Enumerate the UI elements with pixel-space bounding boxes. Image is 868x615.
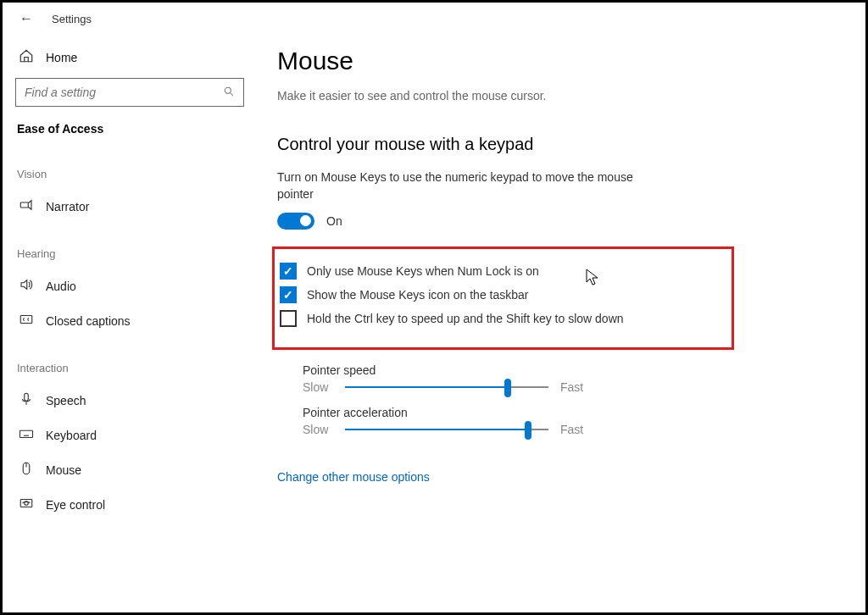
category-header: Ease of Access [17,122,244,136]
nav-mouse[interactable]: Mouse [15,452,244,487]
checkbox-ctrlshift[interactable] [280,310,297,327]
nav-keyboard[interactable]: Keyboard [15,418,244,452]
section-title: Control your mouse with a keypad [277,135,840,154]
captions-icon [19,312,34,330]
narrator-icon [19,197,34,215]
slider-speed[interactable] [345,380,548,394]
group-interaction: Interaction [17,362,244,374]
svg-rect-14 [20,500,32,507]
home-icon [19,48,34,66]
nav-item-label: Audio [46,280,76,293]
mouse-icon [19,461,34,479]
slider-speed-low: Slow [303,380,333,394]
nav-item-label: Speech [46,394,86,407]
group-vision: Vision [17,168,244,180]
slider-speed-high: Fast [560,380,591,394]
svg-rect-3 [20,316,32,324]
keyboard-icon [19,426,34,444]
home-nav[interactable]: Home [15,43,244,78]
nav-item-label: Keyboard [46,429,97,442]
svg-rect-4 [25,393,29,401]
other-mouse-options-link[interactable]: Change other mouse options [277,470,430,484]
page-title: Mouse [277,47,840,75]
svg-rect-2 [20,202,28,208]
checkbox-row-numlock[interactable]: Only use Mouse Keys when Num Lock is on [280,263,664,280]
nav-item-label: Mouse [46,463,81,477]
checkbox-label: Only use Mouse Keys when Num Lock is on [307,264,539,278]
slider-accel-high: Fast [560,423,591,436]
nav-audio[interactable]: Audio [15,269,244,303]
search-input[interactable] [25,86,214,99]
checkbox-row-taskbar[interactable]: Show the Mouse Keys icon on the taskbar [280,286,664,303]
checkbox-label: Show the Mouse Keys icon on the taskbar [307,288,528,302]
svg-rect-6 [20,430,33,437]
sidebar: Home Ease of Access Vision Narrator Hear… [3,31,257,611]
checkbox-row-ctrlshift[interactable]: Hold the Ctrl key to speed up and the Sh… [280,310,664,327]
slider-accel-low: Slow [303,423,333,436]
highlight-box: Only use Mouse Keys when Num Lock is on … [272,247,734,350]
speech-icon [19,391,34,409]
nav-closed-captions[interactable]: Closed captions [15,303,244,338]
checkbox-numlock[interactable] [280,263,297,280]
search-box[interactable] [15,78,244,107]
audio-icon [19,277,34,295]
page-subtitle: Make it easier to see and control the mo… [277,89,840,102]
nav-narrator[interactable]: Narrator [15,189,244,224]
home-label: Home [46,51,77,64]
group-hearing: Hearing [17,247,244,260]
app-title: Settings [52,13,92,25]
slider-accel[interactable] [345,423,548,436]
slider-speed-title: Pointer speed [303,363,840,377]
nav-eye-control[interactable]: Eye control [15,487,244,522]
nav-speech[interactable]: Speech [15,383,244,418]
search-icon [223,86,235,100]
eye-icon [19,496,34,513]
back-button[interactable]: ← [19,11,33,26]
svg-point-0 [225,87,231,93]
nav-item-label: Closed captions [46,314,131,328]
section-desc: Turn on Mouse Keys to use the numeric ke… [277,169,633,202]
slider-accel-title: Pointer acceleration [303,406,840,419]
main-content: Mouse Make it easier to see and control … [257,31,865,611]
nav-item-label: Narrator [46,200,89,213]
checkbox-label: Hold the Ctrl key to speed up and the Sh… [307,312,624,325]
checkbox-taskbar[interactable] [280,286,297,303]
svg-line-1 [231,92,233,95]
mouse-keys-toggle[interactable] [277,213,314,230]
toggle-state: On [326,214,342,228]
nav-item-label: Eye control [46,498,105,512]
